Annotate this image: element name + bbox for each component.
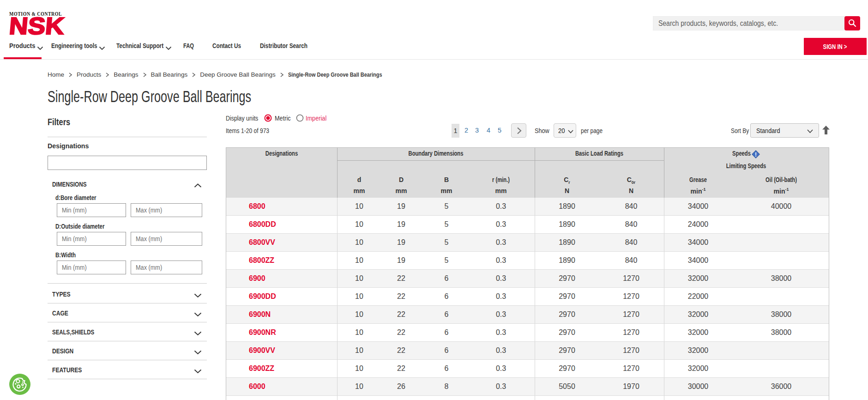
svg-text:!: ! xyxy=(755,152,757,158)
svg-text:NSK: NSK xyxy=(8,16,66,36)
